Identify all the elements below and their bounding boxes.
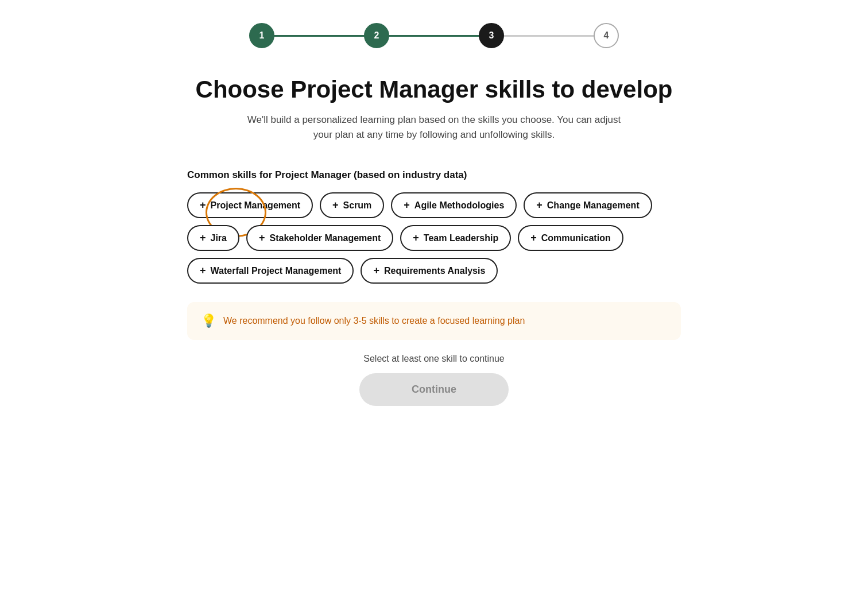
skill-label: Team Leadership xyxy=(424,233,498,243)
plus-icon: + xyxy=(332,199,339,211)
page-container: 1 2 3 4 Choose Project Manager skills to… xyxy=(176,0,692,429)
skill-chip-change-management[interactable]: + Change Management xyxy=(524,192,652,218)
plus-icon: + xyxy=(200,265,206,277)
plus-icon: + xyxy=(200,199,206,211)
page-subtitle: We'll build a personalized learning plan… xyxy=(239,113,629,142)
lightbulb-icon: 💡 xyxy=(201,313,216,328)
skill-chip-stakeholder[interactable]: + Stakeholder Management xyxy=(246,225,393,251)
skill-label: Change Management xyxy=(547,200,640,211)
page-title: Choose Project Manager skills to develop xyxy=(196,76,673,103)
stepper: 1 2 3 4 xyxy=(249,23,619,48)
plus-icon: + xyxy=(373,265,379,277)
plus-icon: + xyxy=(530,232,537,244)
plus-icon: + xyxy=(259,232,265,244)
skill-chip-waterfall[interactable]: + Waterfall Project Management xyxy=(187,258,354,284)
skill-chip-jira[interactable]: + Jira xyxy=(187,225,239,251)
recommendation-text: We recommend you follow only 3-5 skills … xyxy=(223,316,525,326)
skill-label: Requirements Analysis xyxy=(384,266,485,276)
skill-label: Agile Methodologies xyxy=(414,200,504,211)
recommendation-box: 💡 We recommend you follow only 3-5 skill… xyxy=(187,302,681,340)
plus-icon: + xyxy=(536,199,542,211)
skill-chip-team-leadership[interactable]: + Team Leadership xyxy=(400,225,511,251)
continue-section: Select at least one skill to continue Co… xyxy=(187,354,681,406)
step-3[interactable]: 3 xyxy=(479,23,504,48)
skill-label: Waterfall Project Management xyxy=(211,266,342,276)
continue-button[interactable]: Continue xyxy=(359,373,509,406)
section-title: Common skills for Project Manager (based… xyxy=(187,169,681,181)
step-line-2 xyxy=(388,35,480,37)
skill-label: Communication xyxy=(541,233,611,243)
step-2[interactable]: 2 xyxy=(364,23,389,48)
skills-section: Common skills for Project Manager (based… xyxy=(187,169,681,284)
step-1[interactable]: 1 xyxy=(249,23,274,48)
skill-chip-scrum[interactable]: + Scrum xyxy=(320,192,384,218)
step-line-3 xyxy=(503,35,595,37)
skill-label: Jira xyxy=(211,233,227,243)
skill-label: Scrum xyxy=(343,200,372,211)
step-4[interactable]: 4 xyxy=(594,23,619,48)
skills-grid: + Project Management + Scrum + Agile Met… xyxy=(187,192,681,284)
select-hint: Select at least one skill to continue xyxy=(363,354,504,364)
skill-chip-communication[interactable]: + Communication xyxy=(518,225,623,251)
skill-label: Project Management xyxy=(211,200,300,211)
skill-chip-project-management[interactable]: + Project Management xyxy=(187,192,313,218)
plus-icon: + xyxy=(413,232,419,244)
plus-icon: + xyxy=(200,232,206,244)
plus-icon: + xyxy=(404,199,410,211)
skill-chip-requirements[interactable]: + Requirements Analysis xyxy=(361,258,498,284)
step-line-1 xyxy=(273,35,365,37)
skill-label: Stakeholder Management xyxy=(270,233,381,243)
skill-chip-agile[interactable]: + Agile Methodologies xyxy=(391,192,517,218)
